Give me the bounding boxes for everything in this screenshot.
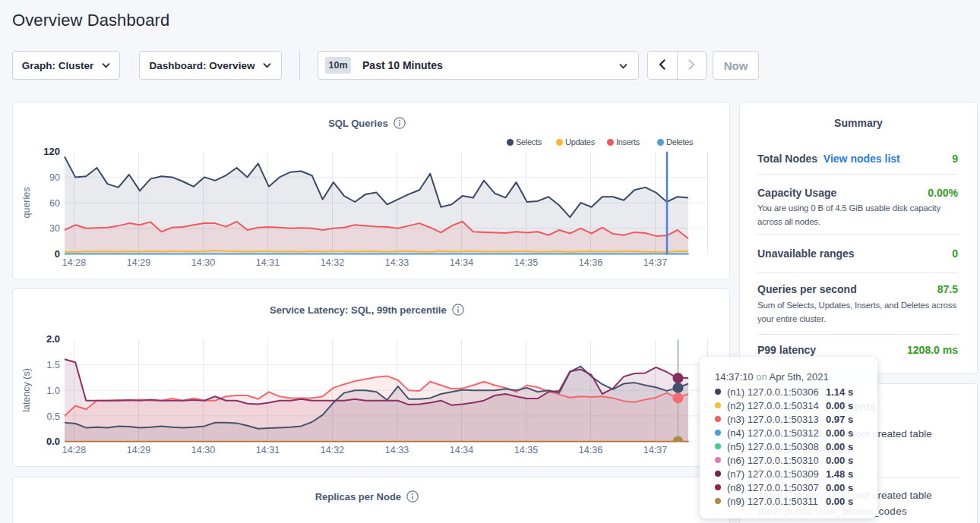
svg-text:latency (s): latency (s) (21, 368, 32, 412)
svg-text:14:33: 14:33 (385, 257, 409, 268)
svg-text:120: 120 (43, 146, 60, 157)
svg-text:2.0: 2.0 (46, 333, 60, 345)
svg-text:1.5: 1.5 (47, 360, 60, 370)
svg-text:14:35: 14:35 (514, 257, 538, 268)
svg-text:14:28: 14:28 (62, 257, 86, 268)
svg-text:14:32: 14:32 (321, 257, 344, 268)
svg-text:90: 90 (49, 172, 60, 183)
svg-text:0.0: 0.0 (46, 436, 60, 447)
svg-text:14:30: 14:30 (191, 257, 215, 268)
svg-text:14:29: 14:29 (127, 257, 150, 268)
svg-text:14:28: 14:28 (62, 445, 86, 455)
svg-text:14:34: 14:34 (450, 445, 473, 455)
svg-text:1.0: 1.0 (47, 386, 60, 396)
svg-text:14:33: 14:33 (385, 445, 409, 455)
svg-text:14:36: 14:36 (579, 445, 602, 455)
svg-text:0.5: 0.5 (47, 411, 60, 422)
svg-text:14:30: 14:30 (191, 445, 215, 455)
svg-text:0: 0 (55, 248, 60, 260)
svg-text:14:37: 14:37 (643, 257, 667, 268)
svg-text:14:32: 14:32 (321, 445, 344, 455)
svg-text:14:36: 14:36 (579, 257, 602, 268)
svg-text:queries: queries (21, 187, 32, 219)
svg-text:14:37: 14:37 (643, 445, 667, 455)
svg-text:14:34: 14:34 (450, 257, 473, 268)
svg-text:14:35: 14:35 (514, 445, 538, 455)
svg-text:14:29: 14:29 (127, 445, 150, 455)
svg-text:30: 30 (49, 223, 60, 234)
svg-text:14:31: 14:31 (256, 257, 280, 268)
svg-text:14:31: 14:31 (256, 445, 280, 455)
svg-text:60: 60 (49, 198, 60, 209)
